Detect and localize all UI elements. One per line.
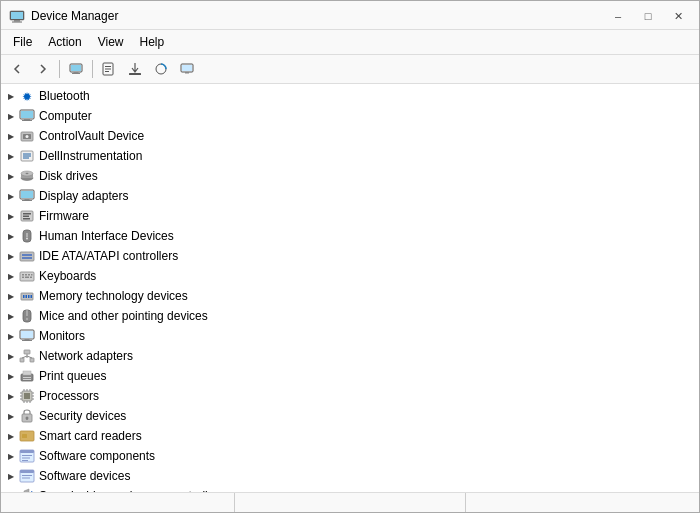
chevron-controlvault: ▶ — [3, 128, 19, 144]
memory-icon — [19, 288, 35, 304]
chevron-firmware: ▶ — [3, 208, 19, 224]
tree-item-firmware[interactable]: ▶ Firmware — [1, 206, 699, 226]
svg-rect-78 — [24, 393, 30, 399]
chevron-bluetooth: ▶ — [3, 88, 19, 104]
svg-rect-5 — [71, 65, 81, 71]
svg-rect-6 — [74, 72, 79, 73]
disk-icon — [19, 168, 35, 184]
softwaredev-icon — [19, 468, 35, 484]
svg-rect-49 — [25, 274, 27, 276]
tree-item-diskdrives[interactable]: ▶ Disk drives — [1, 166, 699, 186]
svg-rect-68 — [20, 358, 24, 362]
svg-rect-58 — [28, 295, 30, 298]
maximize-button[interactable]: □ — [635, 7, 661, 25]
menu-bar: File Action View Help — [1, 30, 699, 55]
chevron-print: ▶ — [3, 368, 19, 384]
tree-item-security[interactable]: ▶ Security devices — [1, 406, 699, 426]
softwarecomp-icon — [19, 448, 35, 464]
status-pane-3 — [466, 493, 695, 512]
chevron-hid: ▶ — [3, 228, 19, 244]
tree-item-hid[interactable]: ▶ Human Interface Devices — [1, 226, 699, 246]
svg-rect-38 — [23, 213, 31, 215]
tree-item-dellinstrumentation[interactable]: ▶ DellInstrumentation — [1, 146, 699, 166]
toolbar — [1, 55, 699, 84]
tree-item-memory[interactable]: ▶ Memory technology devices — [1, 286, 699, 306]
svg-rect-57 — [26, 295, 28, 298]
close-button[interactable]: ✕ — [665, 7, 691, 25]
svg-rect-12 — [129, 73, 141, 75]
controlvault-icon — [19, 128, 35, 144]
tree-item-softwaredev[interactable]: ▶ Software devices — [1, 466, 699, 486]
svg-rect-3 — [12, 22, 22, 23]
display-icon — [19, 188, 35, 204]
svg-point-24 — [26, 135, 29, 138]
svg-rect-50 — [28, 274, 30, 276]
tree-item-display[interactable]: ▶ Display adapters — [1, 186, 699, 206]
svg-rect-103 — [22, 475, 32, 476]
back-button[interactable] — [5, 58, 29, 80]
svg-rect-69 — [30, 358, 34, 362]
bluetooth-icon: ✹ — [19, 88, 35, 104]
svg-rect-53 — [30, 277, 32, 279]
tree-item-processors[interactable]: ▶ — [1, 386, 699, 406]
dell-icon — [19, 148, 35, 164]
svg-rect-19 — [21, 111, 33, 118]
chevron-ide: ▶ — [3, 248, 19, 264]
security-icon — [19, 408, 35, 424]
svg-rect-15 — [182, 65, 192, 71]
menu-file[interactable]: File — [5, 32, 40, 52]
svg-rect-99 — [22, 458, 30, 459]
tree-item-controlvault[interactable]: ▶ ControlVault Device — [1, 126, 699, 146]
chevron-dell: ▶ — [3, 148, 19, 164]
window-controls: – □ ✕ — [605, 7, 691, 25]
chevron-security: ▶ — [3, 408, 19, 424]
scan-button[interactable] — [149, 58, 173, 80]
tree-item-ide[interactable]: ▶ IDE ATA/ATAPI controllers — [1, 246, 699, 266]
tree-item-monitors[interactable]: ▶ Monitors — [1, 326, 699, 346]
tree-item-print[interactable]: ▶ Print queues — [1, 366, 699, 386]
tree-content[interactable]: ▶ ✹ Bluetooth ▶ — [1, 84, 699, 492]
tree-item-mice[interactable]: ▶ Mice and other pointing devices — [1, 306, 699, 326]
svg-rect-100 — [22, 460, 28, 461]
chevron-mice: ▶ — [3, 308, 19, 324]
svg-rect-9 — [105, 66, 111, 67]
menu-action[interactable]: Action — [40, 32, 89, 52]
processor-icon — [19, 388, 35, 404]
svg-line-71 — [22, 356, 27, 358]
tree-label-disk: Disk drives — [39, 169, 98, 183]
monitor-button[interactable] — [175, 58, 199, 80]
svg-rect-74 — [23, 371, 31, 375]
chevron-softwarecomp: ▶ — [3, 448, 19, 464]
monitor-icon — [19, 328, 35, 344]
svg-rect-67 — [24, 350, 30, 354]
computer-icon — [19, 108, 35, 124]
tree-label-mice: Mice and other pointing devices — [39, 309, 208, 323]
svg-rect-66 — [22, 340, 32, 341]
tree-item-softwarecomp[interactable]: ▶ Software components — [1, 446, 699, 466]
toolbar-separator-1 — [59, 60, 60, 78]
svg-rect-76 — [23, 379, 31, 380]
status-pane-1 — [5, 493, 235, 512]
properties-button[interactable] — [97, 58, 121, 80]
tree-item-network[interactable]: ▶ Network adapters — [1, 346, 699, 366]
menu-help[interactable]: Help — [132, 32, 173, 52]
svg-rect-20 — [24, 119, 30, 120]
tree-item-computer[interactable]: ▶ Computer — [1, 106, 699, 126]
svg-rect-16 — [185, 72, 189, 74]
smartcard-icon — [19, 428, 35, 444]
svg-rect-97 — [20, 450, 34, 453]
menu-view[interactable]: View — [90, 32, 132, 52]
chevron-network: ▶ — [3, 348, 19, 364]
status-pane-2 — [235, 493, 465, 512]
tree-label-network: Network adapters — [39, 349, 133, 363]
tree-item-keyboards[interactable]: ▶ Keyboards — [1, 266, 699, 286]
tree-label-memory: Memory technology devices — [39, 289, 188, 303]
tree-item-smartcard[interactable]: ▶ Smart card readers — [1, 426, 699, 446]
update-driver-button[interactable] — [123, 58, 147, 80]
computer-button[interactable] — [64, 58, 88, 80]
minimize-button[interactable]: – — [605, 7, 631, 25]
tree-label-softwaredev: Software devices — [39, 469, 130, 483]
tree-label-bluetooth: Bluetooth — [39, 89, 90, 103]
tree-item-bluetooth[interactable]: ▶ ✹ Bluetooth — [1, 86, 699, 106]
forward-button[interactable] — [31, 58, 55, 80]
